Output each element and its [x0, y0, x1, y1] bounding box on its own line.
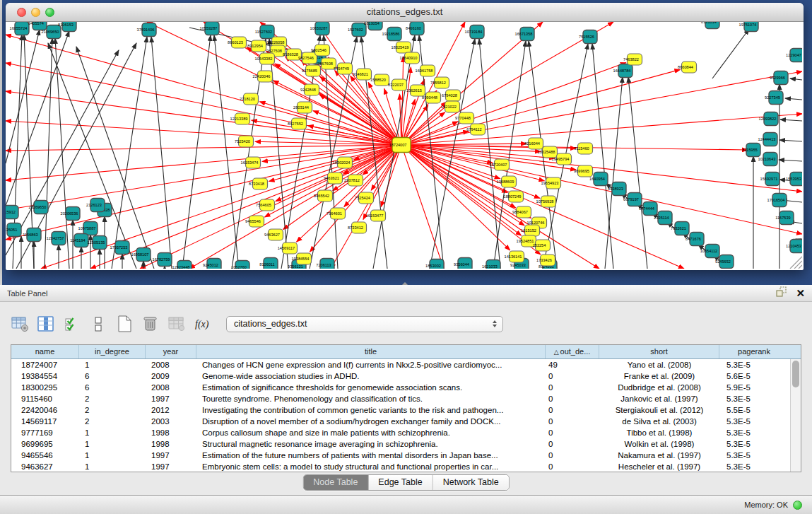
citation-edge-selected[interactable]: [313, 111, 401, 145]
citation-edge[interactable]: [214, 35, 239, 269]
graph-node[interactable]: 10719184: [465, 25, 484, 39]
table-cell[interactable]: Nakamura et al. (1997): [599, 450, 719, 461]
table-cell[interactable]: Estimation of significance thresholds fo…: [196, 382, 546, 393]
citation-edge-selected[interactable]: [6, 91, 401, 145]
table-cell[interactable]: Wolkin et al. (1998): [599, 438, 719, 450]
close-panel-icon[interactable]: ✕: [796, 288, 805, 298]
citation-edge[interactable]: [780, 119, 802, 121]
table-row[interactable]: 911546021997Tourette syndrome. Phenomeno…: [11, 393, 790, 404]
graph-node[interactable]: 9115460: [574, 143, 592, 154]
graph-node[interactable]: 10553287: [200, 22, 219, 35]
graph-node[interactable]: 14569117: [278, 243, 298, 254]
citation-edge[interactable]: [151, 37, 172, 269]
table-cell[interactable]: 22420046: [11, 404, 79, 416]
graph-node[interactable]: 2126123: [86, 199, 105, 212]
table-cell[interactable]: 9463627: [11, 461, 79, 472]
graph-node[interactable]: 18724007: [389, 138, 411, 153]
function-builder-icon[interactable]: f(x): [193, 315, 213, 333]
delete-column-icon[interactable]: [141, 315, 160, 333]
table-row[interactable]: 969969511998Structural magnetic resonanc…: [11, 438, 790, 450]
table-settings-icon[interactable]: [10, 315, 30, 333]
graph-node[interactable]: 7463822: [623, 54, 642, 65]
graph-node[interactable]: 1167539: [775, 211, 794, 225]
citation-edge[interactable]: [790, 78, 802, 80]
graph-node[interactable]: 8466160: [406, 22, 424, 35]
table-cell[interactable]: 5.3E-5: [719, 438, 789, 450]
table-cell[interactable]: Dudbridge et al. (2008): [599, 382, 719, 393]
table-cell[interactable]: Tibbo et al. (1998): [599, 427, 719, 438]
table-cell[interactable]: 0: [546, 370, 599, 382]
graph-node[interactable]: 12444413: [758, 133, 777, 146]
citation-edge-selected[interactable]: [273, 81, 401, 145]
citation-edge-selected[interactable]: [259, 102, 401, 145]
graph-node[interactable]: 7632621: [671, 222, 689, 235]
table-cell[interactable]: 0: [546, 438, 599, 450]
graph-node[interactable]: 6794028: [442, 90, 460, 101]
graph-node[interactable]: 16671358: [515, 28, 534, 41]
graph-node[interactable]: 16055724: [10, 22, 29, 35]
panel-splitter-handle[interactable]: [402, 282, 408, 285]
table-cell[interactable]: 6: [79, 382, 146, 393]
graph-node[interactable]: 9242848: [300, 84, 319, 95]
table-cell[interactable]: Changes of HCN gene expression and I(f) …: [196, 359, 546, 370]
network-view[interactable]: 1605572494055742106965081061533769140610…: [6, 22, 802, 269]
graph-node[interactable]: 9227349: [765, 91, 783, 105]
graph-node[interactable]: 9699695: [574, 165, 592, 177]
citation-edge-selected[interactable]: [319, 95, 401, 145]
citation-edge-selected[interactable]: [401, 145, 802, 234]
graph-node[interactable]: 6794112: [466, 124, 485, 135]
table-row[interactable]: 946554611997Estimation of the future num…: [11, 450, 790, 461]
tab-edge-table[interactable]: Edge Table: [368, 475, 433, 490]
float-panel-icon[interactable]: [775, 286, 787, 300]
graph-node[interactable]: 7206113: [316, 259, 334, 269]
graph-node[interactable]: 9356044: [454, 258, 472, 269]
table-cell[interactable]: 18724007: [11, 359, 79, 370]
table-cell[interactable]: 0: [546, 450, 599, 461]
table-cell[interactable]: Hescheler et al. (1997): [599, 461, 719, 472]
graph-node[interactable]: 12093822: [759, 112, 778, 126]
table-cell[interactable]: 1: [79, 461, 146, 472]
column-header-out_de[interactable]: △out_de...: [546, 345, 599, 358]
graph-node[interactable]: 8938923: [608, 182, 626, 196]
column-header-short[interactable]: short: [599, 345, 719, 358]
citation-edge-selected[interactable]: [335, 71, 401, 145]
graph-node[interactable]: 8322037: [388, 79, 406, 90]
graph-node[interactable]: 8660844: [678, 62, 696, 73]
graph-node[interactable]: 1362615: [406, 85, 425, 96]
table-row[interactable]: 977716911998Corpus callosum shape and si…: [11, 427, 790, 438]
graph-node[interactable]: 12923448: [172, 261, 192, 269]
memory-ok-icon[interactable]: [793, 501, 802, 510]
graph-node[interactable]: 9529966: [770, 71, 788, 85]
table-cell[interactable]: 5.6E-5: [719, 370, 789, 382]
table-cell[interactable]: 9465546: [11, 450, 79, 461]
table-cell[interactable]: 0: [546, 461, 599, 472]
graph-node[interactable]: 7564605: [256, 199, 274, 211]
graph-node[interactable]: 1615152: [521, 225, 539, 236]
graph-node[interactable]: 18302024: [333, 157, 353, 168]
graph-node[interactable]: 135051: [6, 223, 21, 237]
graph-node[interactable]: 8106011: [259, 258, 278, 269]
select-columns-icon[interactable]: [62, 315, 82, 333]
graph-node[interactable]: 1527602: [348, 23, 366, 37]
graph-node[interactable]: 16782759: [153, 253, 172, 267]
table-cell[interactable]: Structural magnetic resonance image aver…: [196, 438, 546, 450]
table-cell[interactable]: Embryonic stem cells: a model to study s…: [196, 461, 546, 472]
table-cell[interactable]: 0: [546, 427, 599, 438]
graph-node[interactable]: 8215955: [742, 144, 760, 157]
table-cell[interactable]: 2012: [146, 404, 196, 416]
graph-node[interactable]: 8427552: [288, 118, 306, 129]
table-cell[interactable]: 1: [79, 450, 146, 461]
left-panel-divider[interactable]: [0, 0, 2, 285]
graph-node[interactable]: 7525420: [235, 136, 253, 147]
table-cell[interactable]: 9699695: [11, 438, 79, 450]
graph-node[interactable]: 17957253: [110, 241, 129, 255]
table-cell[interactable]: 9115460: [11, 393, 79, 404]
table-cell[interactable]: 1997: [146, 450, 196, 461]
table-cell[interactable]: Corpus callosum shape and size in male p…: [196, 427, 546, 438]
table-cell[interactable]: 2: [79, 393, 146, 404]
graph-node[interactable]: 18325419: [392, 42, 411, 53]
table-cell[interactable]: Estimation of the future numbers of pati…: [196, 450, 546, 461]
graph-node[interactable]: 1621022: [441, 101, 459, 112]
graph-node[interactable]: 1853002: [425, 259, 444, 269]
graph-node[interactable]: 9463627: [264, 229, 283, 240]
